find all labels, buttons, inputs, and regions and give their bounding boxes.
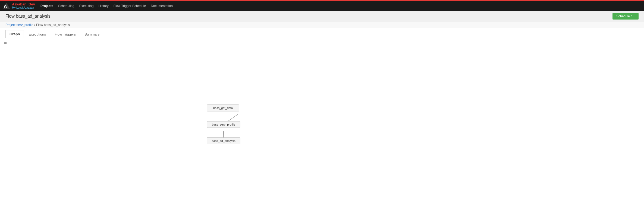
logo-area: A Azkaban Dev My Local Azkaban — [3, 2, 35, 10]
svg-text:A: A — [4, 4, 7, 9]
navbar: A Azkaban Dev My Local Azkaban Projects … — [0, 0, 644, 11]
tab-graph[interactable]: Graph — [5, 30, 24, 38]
tabs: Graph Executions Flow Triggers Summary — [0, 28, 644, 38]
breadcrumb-separator: / — [34, 23, 36, 27]
node-bass-serv-profile[interactable]: bass_serv_profile — [207, 121, 240, 128]
nav-projects[interactable]: Projects — [40, 4, 53, 8]
logo-text: Azkaban Dev My Local Azkaban — [12, 2, 35, 9]
nav-flow-trigger-schedule[interactable]: Flow Trigger Schedule — [114, 4, 146, 8]
tab-executions[interactable]: Executions — [24, 30, 50, 38]
flow-title: Flow bass_ad_analysis — [5, 14, 50, 19]
graph-svg: bass_get_data bass_serv_profile bass_ad_… — [0, 38, 644, 212]
svg-text:bass_get_data: bass_get_data — [213, 106, 233, 110]
logo-dev: Dev — [29, 2, 35, 6]
tab-flow-triggers[interactable]: Flow Triggers — [51, 30, 80, 38]
nav-history[interactable]: History — [98, 4, 108, 8]
logo-subtitle: My Local Azkaban — [12, 6, 35, 9]
logo-name: Azkaban — [12, 2, 26, 6]
svg-text:bass_ad_analysis: bass_ad_analysis — [212, 139, 235, 142]
page-header: Flow bass_ad_analysis Schedule / E — [0, 11, 644, 22]
node-bass-get-data[interactable]: bass_get_data — [207, 105, 239, 111]
graph-area: ≣ bass_get_data bass_serv_profile bass_a… — [0, 38, 644, 212]
nav-links: Projects Scheduling Executing History Fl… — [40, 4, 173, 8]
nav-documentation[interactable]: Documentation — [151, 4, 173, 8]
breadcrumb: Project serv_profile / Flow bass_ad_anal… — [0, 22, 644, 28]
breadcrumb-project-link[interactable]: Project serv_profile — [5, 23, 33, 27]
tab-summary[interactable]: Summary — [80, 30, 104, 38]
breadcrumb-current: Flow bass_ad_analysis — [36, 23, 70, 27]
nav-executing[interactable]: Executing — [79, 4, 94, 8]
logo-title: Azkaban Dev — [12, 2, 35, 6]
azkaban-logo-icon: A — [3, 2, 10, 10]
svg-text:bass_serv_profile: bass_serv_profile — [212, 123, 235, 126]
node-bass-ad-analysis[interactable]: bass_ad_analysis — [207, 138, 240, 144]
schedule-button[interactable]: Schedule / E — [612, 13, 639, 20]
nav-scheduling[interactable]: Scheduling — [58, 4, 74, 8]
